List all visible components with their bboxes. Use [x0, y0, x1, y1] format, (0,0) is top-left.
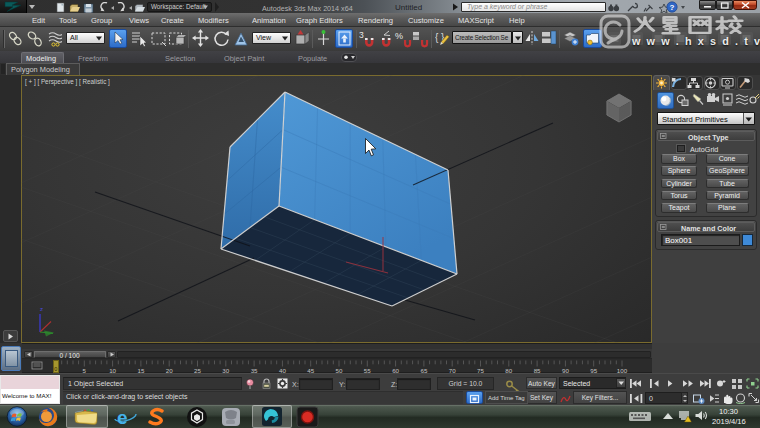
svg-text:10: 10: [109, 366, 116, 373]
svg-text:20: 20: [166, 366, 173, 373]
svg-text:50: 50: [336, 366, 343, 373]
svg-text:30: 30: [222, 366, 229, 373]
svg-text:z: z: [40, 306, 43, 312]
svg-text:85: 85: [534, 366, 541, 373]
svg-text:!: !: [691, 417, 693, 423]
svg-text:35: 35: [251, 366, 258, 373]
svg-text:90: 90: [562, 366, 569, 373]
svg-text:3: 3: [359, 30, 364, 40]
svg-text:80: 80: [505, 366, 512, 373]
svg-text:95: 95: [590, 366, 597, 373]
svg-text:55: 55: [364, 366, 371, 373]
svg-text:70: 70: [449, 366, 456, 373]
svg-text:60: 60: [392, 366, 399, 373]
svg-text:65: 65: [420, 366, 427, 373]
svg-text:?: ?: [670, 3, 675, 12]
svg-text:100: 100: [617, 366, 628, 373]
svg-text:25: 25: [194, 366, 201, 373]
svg-text:40: 40: [279, 366, 286, 373]
svg-text:15: 15: [137, 366, 144, 373]
svg-text:5: 5: [83, 366, 87, 373]
svg-text:75: 75: [477, 366, 484, 373]
svg-text:%: %: [395, 31, 403, 41]
svg-text:45: 45: [307, 366, 314, 373]
svg-text:e: e: [117, 407, 128, 428]
